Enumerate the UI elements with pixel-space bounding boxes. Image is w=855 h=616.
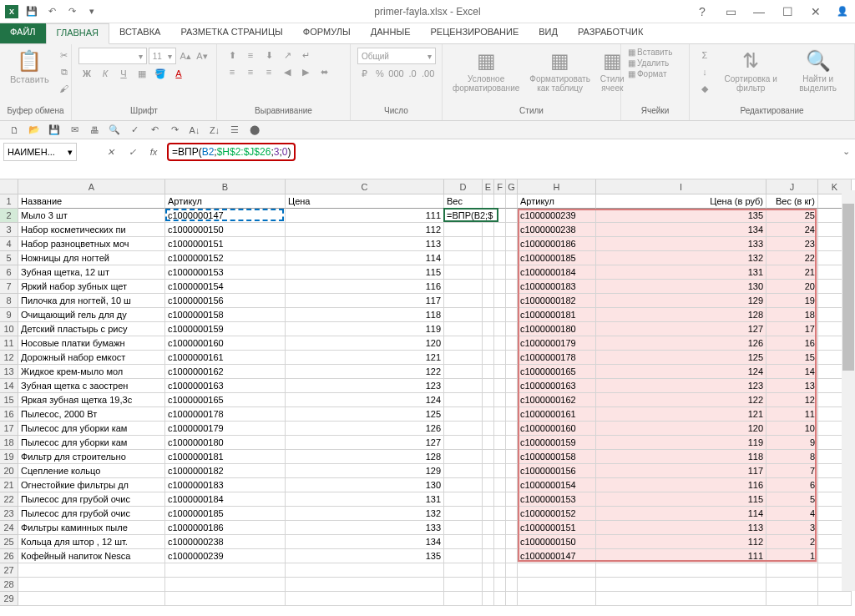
cell-G26[interactable]	[506, 549, 518, 563]
cell-J12[interactable]: 15	[766, 351, 818, 365]
increase-decimal-icon[interactable]: .0	[406, 66, 420, 81]
cell-B23[interactable]: c1000000185	[165, 507, 286, 521]
cell-C28[interactable]	[286, 578, 444, 592]
cell-F24[interactable]	[494, 521, 506, 535]
cell-J2[interactable]: 25	[766, 209, 818, 223]
cell-E3[interactable]	[483, 223, 494, 237]
row-header-4[interactable]: 4	[0, 237, 18, 251]
cell-I19[interactable]: 118	[596, 450, 766, 464]
cell-I11[interactable]: 126	[596, 336, 766, 351]
cell-B29[interactable]	[165, 592, 286, 606]
col-header-E[interactable]: E	[483, 179, 494, 194]
name-box[interactable]: НАИМЕН...▾	[3, 143, 77, 161]
decrease-font-icon[interactable]: A▾	[195, 48, 210, 63]
tab-формулы[interactable]: ФОРМУЛЫ	[293, 23, 361, 43]
cell-H28[interactable]	[518, 578, 596, 592]
cell-H9[interactable]: c1000000181	[518, 308, 596, 322]
font-family-dropdown[interactable]: ▾	[78, 48, 147, 64]
row-header-18[interactable]: 18	[0, 436, 18, 450]
cell-A16[interactable]: Пылесос, 2000 Вт	[18, 407, 165, 422]
qat-mail-icon[interactable]: ✉	[67, 123, 82, 138]
row-header-17[interactable]: 17	[0, 422, 18, 436]
cell-A1[interactable]: Название	[18, 194, 165, 209]
paste-button[interactable]: 📋 Вставить	[7, 48, 53, 104]
qat-preview-icon[interactable]: 🔍	[107, 123, 122, 138]
cell-G3[interactable]	[506, 223, 518, 237]
cell-J28[interactable]	[766, 578, 818, 592]
cell-C25[interactable]: 134	[286, 535, 444, 549]
qat-sort-desc-icon[interactable]: Z↓	[207, 123, 222, 138]
cell-H7[interactable]: c1000000183	[518, 280, 596, 294]
cell-G13[interactable]	[506, 365, 518, 379]
cell-D25[interactable]	[444, 535, 483, 549]
increase-font-icon[interactable]: A▴	[178, 48, 193, 63]
align-left-icon[interactable]: ≡	[224, 64, 240, 79]
cell-C29[interactable]	[286, 592, 444, 606]
decrease-decimal-icon[interactable]: .00	[421, 66, 435, 81]
cell-J1[interactable]: Вес (в кг)	[766, 194, 818, 209]
cell-F5[interactable]	[494, 251, 506, 265]
cell-C2[interactable]: 111	[286, 209, 444, 223]
cell-H10[interactable]: c1000000180	[518, 322, 596, 336]
cell-F25[interactable]	[494, 535, 506, 549]
row-header-25[interactable]: 25	[0, 535, 18, 549]
cell-B20[interactable]: c1000000182	[165, 464, 286, 478]
row-header-16[interactable]: 16	[0, 407, 18, 422]
wrap-text-icon[interactable]: ↵	[297, 48, 314, 63]
cell-F15[interactable]	[494, 393, 506, 407]
row-header-14[interactable]: 14	[0, 379, 18, 393]
cell-B14[interactable]: c1000000163	[165, 379, 286, 393]
cell-D11[interactable]	[444, 336, 483, 351]
cut-icon[interactable]: ✂	[56, 48, 73, 63]
cell-I26[interactable]: 111	[596, 549, 766, 563]
autosum-icon[interactable]: Σ	[696, 48, 713, 63]
cell-C21[interactable]: 130	[286, 478, 444, 492]
cell-D28[interactable]	[444, 578, 483, 592]
maximize-icon[interactable]: ☐	[773, 0, 802, 23]
cell-J3[interactable]: 24	[766, 223, 818, 237]
cell-D18[interactable]	[444, 436, 483, 450]
cell-H12[interactable]: c1000000178	[518, 351, 596, 365]
ribbon-options-icon[interactable]: ▭	[716, 0, 745, 23]
cell-C27[interactable]	[286, 563, 444, 578]
cell-J21[interactable]: 6	[766, 478, 818, 492]
format-cells-button[interactable]: ▦ Формат	[628, 69, 682, 78]
col-header-J[interactable]: J	[766, 179, 818, 194]
qat-spell-icon[interactable]: ✓	[127, 123, 142, 138]
account-icon[interactable]: 👤	[830, 0, 855, 23]
row-header-8[interactable]: 8	[0, 294, 18, 308]
cell-H24[interactable]: c1000000151	[518, 521, 596, 535]
cell-I20[interactable]: 117	[596, 464, 766, 478]
cell-I14[interactable]: 123	[596, 379, 766, 393]
format-as-table-button[interactable]: ▦Форматировать как таблицу	[526, 48, 594, 104]
font-color-icon[interactable]: A	[170, 66, 187, 81]
cell-G8[interactable]	[506, 294, 518, 308]
cell-G14[interactable]	[506, 379, 518, 393]
qat-undo-icon[interactable]: ↶	[43, 3, 60, 20]
cell-I23[interactable]: 114	[596, 507, 766, 521]
orientation-icon[interactable]: ↗	[279, 48, 296, 63]
col-header-B[interactable]: B	[165, 179, 286, 194]
row-header-5[interactable]: 5	[0, 251, 18, 265]
format-painter-icon[interactable]: 🖌	[56, 81, 73, 96]
cell-F22[interactable]	[494, 492, 506, 507]
cell-C14[interactable]: 123	[286, 379, 444, 393]
cell-B27[interactable]	[165, 563, 286, 578]
select-all-corner[interactable]	[0, 179, 18, 194]
cell-D14[interactable]	[444, 379, 483, 393]
cell-H13[interactable]: c1000000165	[518, 365, 596, 379]
cell-I27[interactable]	[596, 563, 766, 578]
col-header-H[interactable]: H	[518, 179, 596, 194]
cell-J19[interactable]: 8	[766, 450, 818, 464]
percent-icon[interactable]: %	[373, 66, 387, 81]
cell-H27[interactable]	[518, 563, 596, 578]
cancel-formula-button[interactable]: ✕	[100, 143, 120, 161]
cell-C24[interactable]: 133	[286, 521, 444, 535]
decrease-indent-icon[interactable]: ◀	[279, 64, 296, 79]
cell-H1[interactable]: Артикул	[518, 194, 596, 209]
cell-J17[interactable]: 10	[766, 422, 818, 436]
row-header-15[interactable]: 15	[0, 393, 18, 407]
row-header-28[interactable]: 28	[0, 578, 18, 592]
cell-H8[interactable]: c1000000182	[518, 294, 596, 308]
col-header-F[interactable]: F	[494, 179, 506, 194]
